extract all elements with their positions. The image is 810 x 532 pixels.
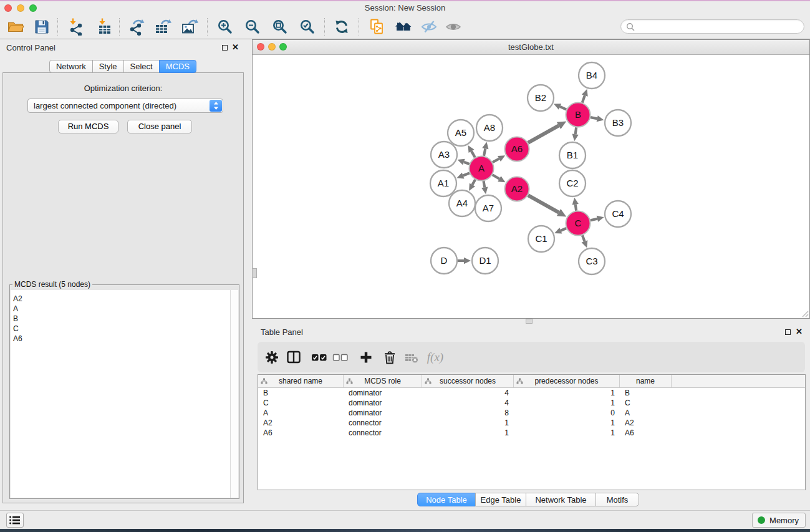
table-cell[interactable]: 1 — [514, 418, 620, 428]
horizontal-divider-grip[interactable] — [526, 319, 533, 324]
float-table-panel-button[interactable] — [785, 329, 791, 335]
tab-style[interactable]: Style — [92, 60, 124, 73]
column-header-successor-nodes[interactable]: successor nodes — [422, 375, 514, 387]
graph-node-B3[interactable]: B3 — [605, 110, 631, 136]
table-cell[interactable]: C — [620, 398, 672, 408]
table-cell[interactable]: connector — [344, 428, 422, 438]
zoom-in-button[interactable] — [215, 17, 236, 37]
graph-node-A[interactable]: A — [470, 157, 494, 181]
tab-network[interactable]: Network — [49, 60, 93, 73]
zoom-selected-button[interactable] — [297, 17, 318, 37]
graph-node-A6[interactable]: A6 — [505, 137, 529, 162]
column-header-predecessor-nodes[interactable]: predecessor nodes — [514, 375, 620, 387]
graph-node-C3[interactable]: C3 — [579, 248, 605, 274]
search-box[interactable] — [620, 19, 804, 34]
table-cell[interactable]: dominator — [344, 388, 422, 398]
export-table-button[interactable] — [152, 17, 173, 37]
create-column-button[interactable] — [358, 349, 374, 365]
refresh-network-button[interactable] — [331, 17, 352, 37]
graph-node-B[interactable]: B — [566, 103, 591, 127]
result-item[interactable]: C — [11, 324, 238, 334]
table-cell[interactable]: 1 — [514, 388, 620, 398]
home-button[interactable] — [393, 17, 414, 37]
tab-motifs[interactable]: Motifs — [595, 493, 639, 506]
table-cell[interactable]: A2 — [258, 418, 344, 428]
zoom-fit-button[interactable] — [269, 17, 291, 37]
table-cell[interactable]: 4 — [422, 388, 514, 398]
hide-panels-button[interactable] — [418, 17, 440, 37]
delete-table-button[interactable] — [403, 349, 420, 365]
network-graph[interactable]: B4B2BB3A8A5A6A3B1AA1C2A2A4A7C4CC1DD1C3 — [253, 56, 809, 318]
deselect-all-columns-button[interactable] — [332, 349, 349, 365]
graph-node-A5[interactable]: A5 — [448, 120, 474, 146]
table-settings-button[interactable] — [264, 349, 280, 365]
delete-column-button[interactable] — [382, 349, 398, 365]
column-header-name[interactable]: name — [620, 375, 672, 387]
close-panel-button[interactable]: Close panel — [127, 120, 192, 133]
run-mcds-button[interactable]: Run MCDS — [58, 120, 118, 133]
table-cell[interactable]: 1 — [422, 428, 514, 438]
graph-node-B2[interactable]: B2 — [528, 85, 554, 111]
table-cell[interactable]: dominator — [344, 398, 422, 408]
export-network-button[interactable] — [125, 17, 147, 37]
table-cell[interactable]: A — [258, 408, 344, 418]
open-session-button[interactable] — [5, 17, 26, 37]
tab-mcds[interactable]: MCDS — [159, 60, 196, 73]
result-item[interactable]: A6 — [11, 334, 238, 344]
graph-node-C[interactable]: C — [566, 211, 591, 236]
column-header-shared-name[interactable]: shared name — [258, 375, 344, 387]
graph-node-A3[interactable]: A3 — [431, 142, 457, 168]
graph-node-A7[interactable]: A7 — [475, 195, 501, 221]
table-cell[interactable]: A6 — [258, 428, 344, 438]
import-network-button[interactable] — [64, 17, 85, 37]
result-scrollbar[interactable] — [230, 290, 238, 498]
task-history-button[interactable] — [6, 513, 24, 528]
tab-select[interactable]: Select — [123, 60, 160, 73]
tab-edge-table[interactable]: Edge Table — [475, 493, 526, 506]
save-session-button[interactable] — [31, 17, 52, 37]
graph-node-A4[interactable]: A4 — [449, 190, 475, 216]
tab-network-table[interactable]: Network Table — [526, 493, 596, 506]
table-cell[interactable]: A2 — [620, 418, 672, 428]
graph-node-A8[interactable]: A8 — [476, 115, 503, 141]
vertical-divider-grip[interactable] — [252, 268, 257, 278]
table-cell[interactable]: 1 — [514, 428, 620, 438]
graph-node-B4[interactable]: B4 — [579, 62, 605, 89]
close-table-panel-icon[interactable]: ✕ — [796, 326, 803, 337]
show-columns-button[interactable] — [286, 349, 302, 365]
graph-node-A1[interactable]: A1 — [430, 170, 456, 196]
table-cell[interactable]: 0 — [514, 408, 620, 418]
tab-node-table[interactable]: Node Table — [417, 493, 476, 506]
graph-node-B1[interactable]: B1 — [559, 142, 586, 168]
table-cell[interactable]: 1 — [422, 418, 514, 428]
export-image-button[interactable] — [179, 17, 200, 37]
table-cell[interactable]: B — [258, 388, 344, 398]
optimization-dropdown[interactable]: largest connected component (directed) — [27, 99, 223, 113]
table-cell[interactable]: 4 — [422, 398, 514, 408]
graph-node-C2[interactable]: C2 — [559, 170, 586, 196]
network-canvas[interactable]: B4B2BB3A8A5A6A3B1AA1C2A2A4A7C4CC1DD1C3 — [253, 56, 809, 318]
function-builder-button[interactable]: f(x) — [427, 349, 443, 365]
graph-node-A2[interactable]: A2 — [505, 177, 529, 201]
search-input[interactable] — [638, 22, 799, 31]
graph-node-C1[interactable]: C1 — [528, 226, 554, 252]
graph-node-D[interactable]: D — [431, 248, 457, 274]
memory-button[interactable]: Memory — [752, 513, 806, 528]
table-cell[interactable]: B — [620, 388, 672, 398]
show-eye-button[interactable] — [443, 17, 464, 37]
select-all-columns-button[interactable] — [311, 349, 327, 365]
close-panel-icon[interactable]: ✕ — [232, 42, 239, 53]
result-item[interactable]: B — [11, 314, 238, 324]
table-cell[interactable]: A6 — [620, 428, 672, 438]
result-item[interactable]: A — [11, 304, 238, 314]
graph-node-D1[interactable]: D1 — [472, 248, 498, 274]
clone-network-button[interactable] — [366, 17, 387, 37]
table-cell[interactable]: dominator — [344, 408, 422, 418]
column-header-MCDS-role[interactable]: MCDS role — [344, 375, 422, 387]
float-panel-button[interactable] — [222, 45, 228, 51]
import-table-button[interactable] — [94, 17, 115, 37]
table-cell[interactable]: connector — [344, 418, 422, 428]
zoom-out-button[interactable] — [242, 17, 263, 37]
resize-grip-icon[interactable] — [800, 309, 809, 317]
graph-node-C4[interactable]: C4 — [605, 201, 631, 227]
